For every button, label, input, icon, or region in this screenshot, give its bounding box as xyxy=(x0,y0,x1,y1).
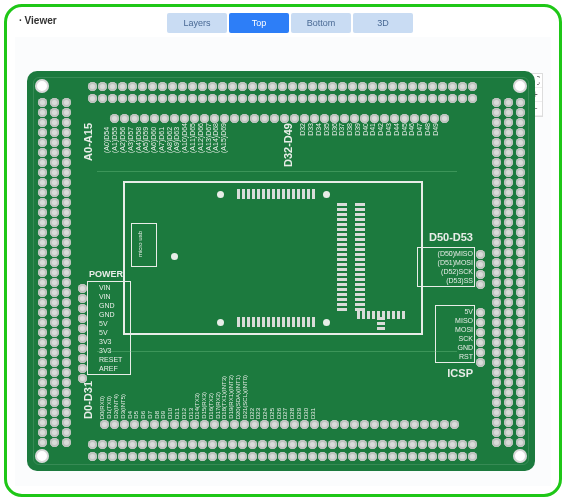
via xyxy=(217,319,224,326)
tab-layers[interactable]: Layers xyxy=(167,13,227,33)
pin-label: D0(RX0) xyxy=(99,396,105,419)
pin-label: GND xyxy=(99,310,122,319)
pin-label: D45 xyxy=(401,123,408,136)
pin-label: D40 xyxy=(362,123,369,136)
pin-label: D2(INT4) xyxy=(113,394,119,419)
tab-top[interactable]: Top xyxy=(229,13,289,33)
a-pin-labels: (A0)D54(A1)D55(A2)D56(A3)D57(A4)D58(A5)D… xyxy=(103,123,228,153)
pin-label: D11 xyxy=(174,408,180,419)
pin-label: (A11)D65 xyxy=(189,123,196,153)
pin-label: RST xyxy=(455,352,473,361)
tab-bottom[interactable]: Bottom xyxy=(291,13,351,33)
pin-label: (A9)D63 xyxy=(173,123,180,153)
pin-label: D17(RX2) xyxy=(215,392,221,419)
pin-label: D49 xyxy=(432,123,439,136)
pin-label: D5 xyxy=(133,411,139,419)
pin-label: AREF xyxy=(99,364,122,373)
pin-label: D22 xyxy=(249,408,255,419)
power-labels: VINVINGNDGND5V5V3V33V3RESETAREF xyxy=(99,283,122,373)
pin-label: D10 xyxy=(167,408,173,419)
pin-label: D21(SCL)(INT0) xyxy=(242,375,248,419)
pin-label: D27 xyxy=(282,408,288,419)
pad-row-bottom xyxy=(87,451,477,461)
viewer-label: · Viewer xyxy=(19,15,57,26)
pin-label: D23 xyxy=(255,408,261,419)
pin-label: D32 xyxy=(299,123,306,136)
pin-label: D44 xyxy=(393,123,400,136)
pin-label: D34 xyxy=(315,123,322,136)
pin-label: D48 xyxy=(424,123,431,136)
pin-label: D26 xyxy=(276,408,282,419)
via xyxy=(323,319,330,326)
pcb-board: A0-A15 (A0)D54(A1)D55(A2)D56(A3)D57(A4)D… xyxy=(27,71,535,471)
pin-label: (A10)D64 xyxy=(181,123,188,153)
label-a0-a15: A0-A15 xyxy=(82,123,94,161)
pin-label: D33 xyxy=(307,123,314,136)
mounting-hole xyxy=(513,449,527,463)
pad-column-left xyxy=(61,97,71,447)
tab-3d[interactable]: 3D xyxy=(353,13,413,33)
pin-label: 5V xyxy=(99,328,122,337)
pin-label: 5V xyxy=(455,307,473,316)
mounting-hole xyxy=(35,449,49,463)
pad-row-inner-top xyxy=(109,113,449,123)
pad-row-top xyxy=(87,81,477,91)
pin-label: MISO xyxy=(455,316,473,325)
pin-label: (A7)D61 xyxy=(158,123,165,153)
via xyxy=(217,191,224,198)
pin-label: (A2)D56 xyxy=(119,123,126,153)
d0-d31-labels: D0(RX0)D1(TX0)D2(INT4)D3(INT5)D4D5D6D7D8… xyxy=(99,375,316,419)
pin-label: GND xyxy=(99,301,122,310)
pin-label: D37 xyxy=(338,123,345,136)
pad-column-right xyxy=(503,97,513,447)
pin-label: (A13)D67 xyxy=(205,123,212,153)
power-pads xyxy=(77,283,87,383)
pin-label: (A4)D58 xyxy=(135,123,142,153)
pin-label: VIN xyxy=(99,283,122,292)
pcb-viewport[interactable]: # techopreneur THE ENGINEERING PROJECTS … xyxy=(15,37,551,486)
pin-label: D1(TX0) xyxy=(106,396,112,419)
pin-label: (A14)D68 xyxy=(212,123,219,153)
label-d0-d31: D0-D31 xyxy=(82,381,94,419)
pin-label: (A6)D60 xyxy=(150,123,157,153)
pin-label: D47 xyxy=(416,123,423,136)
pin-label: D14(TX3) xyxy=(194,393,200,419)
pin-label: D39 xyxy=(354,123,361,136)
pin-label: D43 xyxy=(385,123,392,136)
pin-label: D19(RX1)(INT2) xyxy=(228,375,234,419)
pin-label: RESET xyxy=(99,355,122,364)
pin-label: D4 xyxy=(127,411,133,419)
mounting-hole xyxy=(513,79,527,93)
chip-pads xyxy=(377,317,385,331)
pin-label: D18(TX1)(INT3) xyxy=(221,376,227,419)
label-d50-d53: D50-D53 xyxy=(429,231,473,243)
pin-label: GND xyxy=(455,343,473,352)
chip-pads xyxy=(237,317,317,327)
pin-label: D29 xyxy=(296,408,302,419)
pin-label: D3(INT5) xyxy=(120,394,126,419)
via xyxy=(171,253,178,260)
pad-column-left xyxy=(37,97,47,447)
pin-label: D9 xyxy=(160,411,166,419)
layer-tabs: Layers Top Bottom 3D xyxy=(167,13,413,33)
pin-label: D6 xyxy=(140,411,146,419)
pin-label: D36 xyxy=(331,123,338,136)
pin-label: (A3)D57 xyxy=(127,123,134,153)
chip-pads xyxy=(337,203,347,313)
pin-label: D31 xyxy=(310,408,316,419)
pad-row-inner-bottom xyxy=(99,419,459,429)
d32-d49-labels: D32D33D34D35D36D37D38D39D40D41D42D43D44D… xyxy=(299,123,439,136)
pin-label: D41 xyxy=(369,123,376,136)
mounting-hole xyxy=(35,79,49,93)
chip-pads xyxy=(355,203,365,313)
pin-label: (D52)SCK xyxy=(438,267,473,276)
pin-label: D15(RX3) xyxy=(201,392,207,419)
pin-label: D7 xyxy=(147,411,153,419)
icsp-labels: 5VMISOMOSISCKGNDRST xyxy=(455,307,473,361)
label-d32-d49: D32-D49 xyxy=(282,123,294,167)
pin-label: D35 xyxy=(323,123,330,136)
d50-d53-labels: (D50)MISO(D51)MOSI(D52)SCK(D53)SS xyxy=(438,249,473,285)
pin-label: VIN xyxy=(99,292,122,301)
pin-label: D24 xyxy=(262,408,268,419)
pin-label: (A8)D62 xyxy=(166,123,173,153)
